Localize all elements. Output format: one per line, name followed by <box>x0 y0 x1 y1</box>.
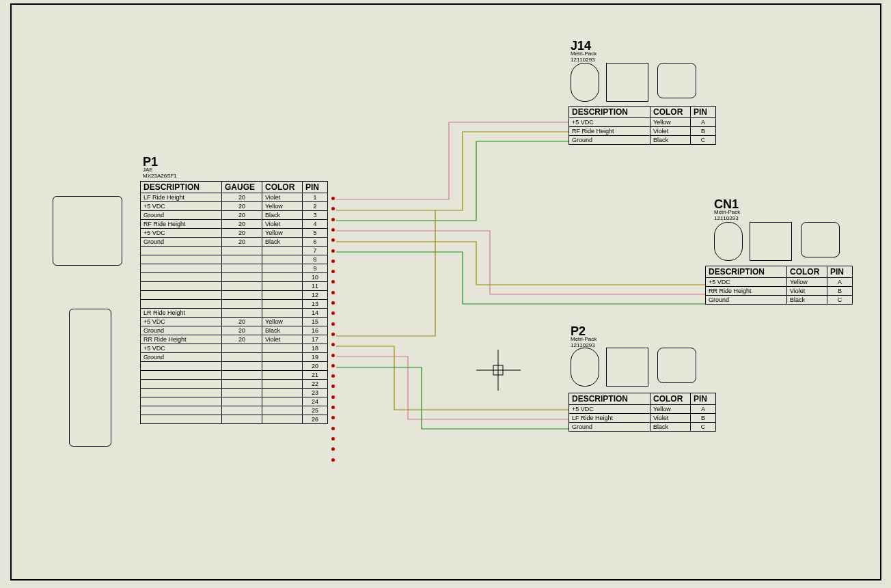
connector-body-p2 <box>571 348 599 387</box>
table-row: Ground20Black16 <box>141 326 328 335</box>
svg-rect-0 <box>493 365 503 375</box>
table-row: +5 VDC20Yellow5 <box>141 229 328 238</box>
table-row: RR Ride HeightVioletB <box>706 287 853 296</box>
table-row: 10 <box>141 273 328 282</box>
pin-dot <box>331 280 335 283</box>
pin-dot <box>331 207 335 210</box>
table-row: +5 VDC20Yellow2 <box>141 202 328 211</box>
table-row: 21 <box>141 371 328 380</box>
pin-dot <box>331 384 335 388</box>
schematic-canvas[interactable]: P1 JAEMX23A26SF1 DESCRIPTIONGAUGECOLORPI… <box>10 3 881 580</box>
table-row: +5 VDC18 <box>141 344 328 353</box>
table-row: 9 <box>141 264 328 273</box>
connector-body-p2b <box>606 348 648 387</box>
connector-body-j14c <box>657 63 696 98</box>
table-row: 26 <box>141 415 328 424</box>
pin-dot <box>331 343 335 346</box>
pin-dot <box>331 354 335 357</box>
table-row: 8 <box>141 255 328 264</box>
pin-dot <box>331 406 335 409</box>
table-cn1: DESCRIPTIONCOLORPIN +5 VDCYellowARR Ride… <box>705 266 853 305</box>
pin-dot <box>331 301 335 305</box>
table-row: 13 <box>141 300 328 309</box>
sub-cn1: Metri-Pack12110293 <box>714 210 740 222</box>
pin-dot <box>331 218 335 221</box>
pin-dot <box>331 228 335 232</box>
pin-dot <box>331 249 335 253</box>
table-row: 22 <box>141 380 328 389</box>
pin-dot <box>331 260 335 263</box>
pin-dot <box>331 333 335 336</box>
table-j14: DESCRIPTIONCOLORPIN +5 VDCYellowARF Ride… <box>568 106 716 145</box>
pin-dot <box>331 447 335 451</box>
table-row: 24 <box>141 397 328 406</box>
table-row: +5 VDCYellowA <box>569 405 716 414</box>
table-row: RF Ride HeightVioletB <box>569 127 716 136</box>
pin-dot <box>331 374 335 378</box>
pin-dot <box>331 395 335 399</box>
pin-dot <box>331 322 335 326</box>
pin-dot <box>331 458 335 462</box>
pin-dot <box>331 197 335 200</box>
pin-dot <box>331 364 335 367</box>
pin-dot <box>331 291 335 294</box>
table-row: LF Ride Height20Violet1 <box>141 193 328 202</box>
pin-dot <box>331 311 335 315</box>
connector-body-p2c <box>657 348 696 383</box>
pin-dot <box>331 238 335 242</box>
connector-body-j14b <box>606 63 648 102</box>
pin-dot <box>331 416 335 419</box>
table-row: GroundBlackC <box>569 136 716 145</box>
table-row: LF Ride HeightVioletB <box>569 414 716 423</box>
connector-body-cn1 <box>714 222 743 261</box>
sub-p2: Metri-Pack12110293 <box>571 337 597 349</box>
table-row: 20 <box>141 362 328 371</box>
connector-body-p1a <box>53 196 122 266</box>
table-row: 23 <box>141 389 328 397</box>
table-row: 12 <box>141 291 328 300</box>
table-row: 7 <box>141 247 328 255</box>
table-row: Ground20Black3 <box>141 211 328 220</box>
pin-dot <box>331 437 335 440</box>
connector-body-cn1b <box>750 222 792 261</box>
table-row: RF Ride Height20Violet4 <box>141 220 328 229</box>
table-row: +5 VDC20Yellow15 <box>141 318 328 326</box>
table-row: +5 VDCYellowA <box>569 118 716 127</box>
connector-body-j14 <box>571 63 599 102</box>
sub-p1: JAEMX23A26SF1 <box>143 167 177 180</box>
table-row: Ground20Black6 <box>141 238 328 247</box>
table-p1: DESCRIPTIONGAUGECOLORPIN LF Ride Height2… <box>140 181 328 424</box>
pin-dot <box>331 270 335 273</box>
sub-j14: Metri-Pack12110293 <box>571 51 597 64</box>
table-row: +5 VDCYellowA <box>706 278 853 287</box>
table-row: LR Ride Height14 <box>141 309 328 318</box>
table-row: Ground19 <box>141 353 328 362</box>
table-row: GroundBlackC <box>706 296 853 305</box>
table-row: 11 <box>141 282 328 291</box>
table-row: RR Ride Height20Violet17 <box>141 335 328 344</box>
pin-dot <box>331 427 335 430</box>
connector-body-cn1c <box>801 222 840 257</box>
table-row: GroundBlackC <box>569 423 716 432</box>
table-p2: DESCRIPTIONCOLORPIN +5 VDCYellowALF Ride… <box>568 393 716 432</box>
connector-body-p1b <box>69 309 111 447</box>
table-row: 25 <box>141 406 328 415</box>
